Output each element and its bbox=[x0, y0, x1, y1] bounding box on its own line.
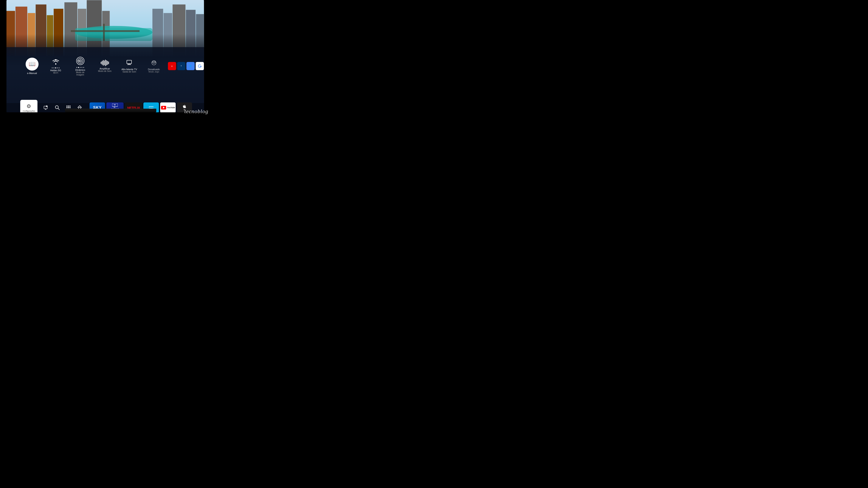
quick-settings-bar: 📖 e-Manual bbox=[6, 59, 204, 73]
prime-label: prime bbox=[149, 106, 154, 107]
qs-emanual[interactable]: 📖 e-Manual bbox=[22, 56, 42, 76]
svg-point-22 bbox=[55, 59, 56, 61]
watermark-text: tecnoblog bbox=[184, 108, 208, 115]
wifi-sublabel: Wi-Fi bbox=[53, 72, 58, 74]
watermark: tecnoblog bbox=[184, 108, 208, 115]
svg-line-40 bbox=[58, 108, 59, 110]
svg-point-46 bbox=[69, 107, 71, 108]
sound-mode-icon bbox=[101, 60, 109, 66]
svg-point-34 bbox=[152, 61, 154, 63]
wifi-icon bbox=[52, 58, 60, 66]
image-mode-icon bbox=[75, 56, 85, 66]
svg-point-21 bbox=[55, 63, 56, 65]
apple-tv-apple-icon bbox=[183, 104, 186, 108]
source-icon bbox=[43, 105, 49, 110]
svg-rect-32 bbox=[127, 65, 131, 65]
youtube-label: YouTube bbox=[167, 106, 175, 109]
svg-rect-31 bbox=[128, 64, 131, 65]
svg-rect-38 bbox=[46, 106, 48, 107]
svg-point-44 bbox=[66, 107, 68, 108]
tv-ui-overlay: 📖 e-Manual bbox=[6, 47, 204, 112]
game-mode-label: Desativado bbox=[148, 68, 160, 71]
game-mode-icon bbox=[150, 59, 158, 67]
svg-point-41 bbox=[66, 106, 68, 107]
svg-point-35 bbox=[154, 61, 156, 63]
settings-label: Configurações bbox=[23, 110, 35, 112]
sound-output-icon bbox=[125, 59, 133, 67]
mini-app-globoplay[interactable]: g bbox=[168, 62, 176, 70]
svg-point-45 bbox=[68, 107, 69, 108]
qs-sound-mode[interactable]: Amplificar Modo de Som bbox=[95, 58, 115, 73]
mini-app-telecine[interactable]: T bbox=[177, 62, 185, 70]
sound-output-label: Alto-falante TV bbox=[121, 68, 137, 71]
settings-gear-icon: ⚙ bbox=[27, 103, 31, 109]
svg-point-27 bbox=[78, 61, 79, 61]
game-mode-sublabel: Modo Jogo bbox=[149, 71, 159, 73]
qs-image-mode[interactable]: Dinâmico Modo de Imagem bbox=[71, 55, 90, 77]
mini-app-ok-google[interactable] bbox=[196, 62, 204, 70]
svg-point-29 bbox=[80, 61, 80, 61]
samsung-tv-plus-icon bbox=[112, 103, 118, 108]
image-mode-label: Dinâmico bbox=[75, 69, 85, 71]
mini-apps-container: g T 🌐 alexa bbox=[168, 62, 204, 70]
sound-mode-sublabel: Modo de Som bbox=[98, 70, 111, 72]
wifi-dots bbox=[52, 67, 60, 68]
app-youtube[interactable]: YouTube bbox=[160, 102, 176, 112]
emanual-label: e-Manual bbox=[27, 72, 37, 74]
sound-mode-label: Amplificar bbox=[99, 67, 110, 70]
settings-button[interactable]: ⚙ Configurações bbox=[20, 100, 37, 112]
svg-point-42 bbox=[68, 106, 69, 107]
image-mode-sublabel: Modo de Imagem bbox=[73, 71, 88, 76]
svg-rect-30 bbox=[127, 60, 131, 64]
youtube-play-button bbox=[161, 106, 166, 109]
sound-output-sublabel: Saída de Som bbox=[123, 71, 136, 73]
source-button[interactable] bbox=[43, 105, 49, 110]
search-icon bbox=[55, 105, 60, 110]
mini-app-internet[interactable]: 🌐 bbox=[186, 62, 195, 70]
svg-point-28 bbox=[79, 61, 79, 61]
search-button[interactable] bbox=[55, 105, 60, 110]
wifi-name-label: Helder-5G bbox=[50, 69, 61, 72]
qs-sound-output[interactable]: Alto-falante TV Saída de Som bbox=[120, 58, 139, 74]
image-mode-dots bbox=[76, 67, 84, 68]
tv-stand bbox=[65, 109, 156, 112]
dark-left-edge bbox=[0, 0, 6, 122]
qs-game-mode[interactable]: Desativado Modo Jogo bbox=[144, 58, 164, 74]
svg-point-43 bbox=[69, 106, 71, 107]
tv-screen: 📖 e-Manual bbox=[6, 0, 204, 112]
emanual-icon: 📖 bbox=[26, 58, 38, 71]
qs-wifi[interactable]: Helder-5G Wi-Fi bbox=[46, 57, 65, 75]
